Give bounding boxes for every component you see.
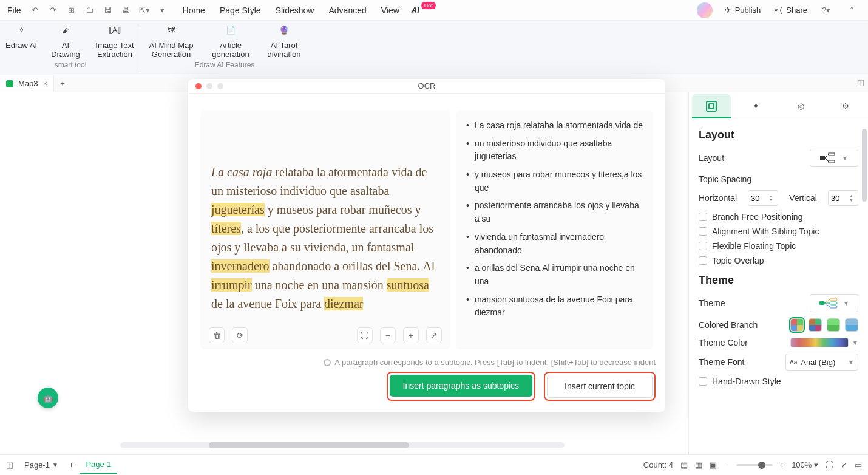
add-tab-button[interactable]: + <box>54 75 71 92</box>
menu-slideshow[interactable]: Slideshow <box>273 3 317 18</box>
undo-icon[interactable]: ↶ <box>29 4 42 17</box>
toggle-panel-icon[interactable]: ◫ <box>857 78 864 87</box>
view-page-icon[interactable]: ▦ <box>695 460 702 470</box>
insert-current-topic-button[interactable]: Insert current topic <box>547 375 653 398</box>
swatch-1[interactable] <box>790 318 804 332</box>
menu-view[interactable]: View <box>379 3 402 18</box>
panel-tab-settings[interactable]: ⚙ <box>826 94 865 118</box>
zoom-out-icon[interactable]: − <box>380 327 396 343</box>
layout-select[interactable]: ▼ <box>810 149 858 167</box>
ribbon-mindmap[interactable]: 🗺 AI Mind Map Generation <box>144 23 198 60</box>
ocr-bullet[interactable]: La casa roja relataba la atormentada vid… <box>466 117 643 135</box>
panel-tab-layout[interactable] <box>692 94 731 118</box>
ocr-bullet[interactable]: posteriormente arrancaba los ojos y llev… <box>466 197 643 228</box>
menu-home[interactable]: Home <box>180 3 208 18</box>
ribbon-image-text-extraction[interactable]: ⟦A⟧ Image Text Extraction <box>93 23 136 60</box>
ocr-icon: ⟦A⟧ <box>107 26 122 40</box>
page-select[interactable]: Page-1 ▼ <box>19 458 63 472</box>
swatch-3[interactable] <box>827 318 840 332</box>
close-tab-icon[interactable]: × <box>43 79 48 88</box>
menu-ai[interactable]: AI Hot <box>412 5 436 15</box>
theme-select[interactable]: ▼ <box>810 294 858 312</box>
fit-page-icon[interactable]: ⛶ <box>826 460 833 470</box>
ribbon-edraw-ai[interactable]: ✧ Edraw AI <box>5 23 38 60</box>
save-icon[interactable]: 🖫 <box>101 4 115 17</box>
horizontal-scrollbar[interactable] <box>120 442 565 448</box>
panel-scroll-thumb[interactable] <box>862 129 867 202</box>
view-presentation-icon[interactable]: ▣ <box>710 460 717 470</box>
zoom-value: 100% <box>792 460 812 470</box>
ai-assistant-fab[interactable]: 🤖 <box>38 388 58 408</box>
focus-mode-icon[interactable]: ▭ <box>855 460 862 470</box>
svg-rect-7 <box>819 301 825 305</box>
redo-icon[interactable]: ↷ <box>47 4 60 17</box>
panel-tab-map[interactable]: ◎ <box>781 94 820 118</box>
help-icon[interactable]: ?▾ <box>819 4 833 17</box>
chevron-down-icon: ▼ <box>848 359 854 366</box>
avatar[interactable] <box>697 2 713 18</box>
page-tab-active[interactable]: Page-1 <box>80 456 117 474</box>
zoom-in-button[interactable]: + <box>780 460 785 470</box>
zoom-slider[interactable] <box>736 464 773 466</box>
fit-icon[interactable]: ⛶ <box>357 327 373 343</box>
chk-flexible[interactable]: Flexible Floating Topic <box>699 241 858 251</box>
publish-button[interactable]: ✈ Publish <box>725 5 761 15</box>
ocr-bullet[interactable]: vivienda,un fantasmal invernadero abando… <box>466 228 643 259</box>
open-icon[interactable]: 🗀 <box>83 4 97 17</box>
reload-icon[interactable]: ⟳ <box>232 327 248 343</box>
view-outline-icon[interactable]: ▤ <box>680 460 688 470</box>
scrollbar-thumb[interactable] <box>209 442 409 448</box>
print-icon[interactable]: 🖶 <box>120 4 133 17</box>
share-button[interactable]: ⚬⟨ Share <box>773 5 807 15</box>
theme-color-select[interactable] <box>790 338 849 347</box>
svg-rect-2 <box>820 156 825 160</box>
ocr-hint: A paragraph corresponds to a subtopic. P… <box>198 358 656 367</box>
swatch-4[interactable] <box>845 318 858 332</box>
pages-panel-icon[interactable]: ◫ <box>6 460 13 470</box>
vertical-spinner[interactable]: ▲▼ <box>828 190 858 206</box>
ribbon-label: Edraw AI <box>5 41 37 50</box>
theme-font-select[interactable]: Aa Arial (Big) ▼ <box>785 354 858 371</box>
menu-page-style[interactable]: Page Style <box>217 3 263 18</box>
ribbon-ai-drawing[interactable]: 🖌 AI Drawing <box>47 23 84 60</box>
document-tab[interactable]: Map3 × <box>0 75 54 92</box>
radio-icon[interactable] <box>324 359 331 366</box>
horizontal-input[interactable] <box>748 194 767 203</box>
zoom-readout[interactable]: 100% ▾ <box>792 460 818 470</box>
fullscreen-icon[interactable]: ⤢ <box>426 327 442 343</box>
export-icon[interactable]: ⇱▾ <box>138 4 151 17</box>
more-qat-icon[interactable]: ▾ <box>156 4 169 17</box>
ocr-seg: una noche en una mansión <box>252 278 387 292</box>
collapse-ribbon-icon[interactable]: ˄ <box>845 4 858 17</box>
chk-alignment[interactable]: Alignment With Sibling Topic <box>699 227 858 236</box>
vertical-input[interactable] <box>829 194 847 203</box>
zoom-knob[interactable] <box>758 462 765 469</box>
ocr-bullet[interactable]: a orillas del Sena.Al irrumpir una noche… <box>466 259 643 290</box>
swatch-2[interactable] <box>809 318 822 332</box>
menu-file[interactable]: File <box>5 3 24 18</box>
fullscreen-icon[interactable]: ⤢ <box>841 460 847 470</box>
ocr-bullet[interactable]: y museos para robar munecos y titeres,a … <box>466 166 643 197</box>
panel-scrollbar[interactable] <box>862 129 867 446</box>
delete-icon[interactable]: 🗑 <box>209 327 225 343</box>
ocr-result-pane[interactable]: La casa roja relataba la atormentada vid… <box>456 111 653 349</box>
ocr-bullet[interactable]: un misterioso individuo que asaltaba jug… <box>466 135 643 166</box>
ocr-toolbar: 🗑 ⟳ ⛶ − + ⤢ <box>200 327 450 343</box>
share-icon: ⚬⟨ <box>773 5 782 15</box>
menu-advanced[interactable]: Advanced <box>326 3 368 18</box>
new-icon[interactable]: ⊞ <box>65 4 78 17</box>
ribbon: ✧ Edraw AI 🖌 AI Drawing ⟦A⟧ Image Text E… <box>0 21 868 75</box>
add-page-icon[interactable]: + <box>69 460 74 470</box>
panel-tab-style[interactable]: ✦ <box>737 94 776 118</box>
chk-overlap[interactable]: Topic Overlap <box>699 256 858 265</box>
insert-subtopics-button[interactable]: Insert paragraphs as subtopics <box>390 375 532 397</box>
ribbon-article[interactable]: 📄 Article generation <box>208 23 253 60</box>
chk-branch-free[interactable]: Branch Free Positioning <box>699 212 858 222</box>
chevron-down-icon[interactable]: ▼ <box>852 340 858 346</box>
chk-hand-drawn[interactable]: Hand-Drawn Style <box>699 377 858 386</box>
zoom-in-icon[interactable]: + <box>403 327 419 343</box>
ocr-bullet[interactable]: mansion suntuosa de la avenue Foix para … <box>466 291 643 322</box>
ribbon-tarot[interactable]: 🔮 AI Tarot divination <box>263 23 305 60</box>
horizontal-spinner[interactable]: ▲▼ <box>748 190 778 206</box>
zoom-out-button[interactable]: − <box>724 460 729 470</box>
